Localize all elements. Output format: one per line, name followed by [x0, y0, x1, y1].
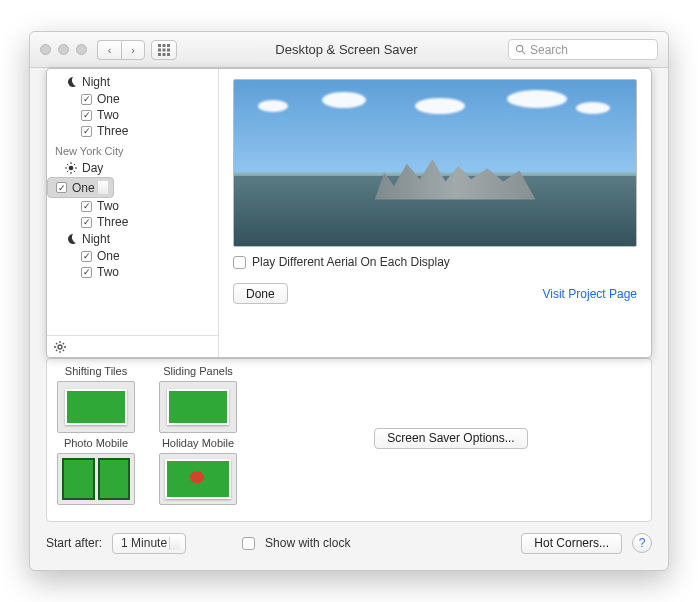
- sun-icon: [65, 162, 77, 174]
- svg-line-17: [74, 171, 75, 172]
- search-placeholder: Search: [530, 43, 568, 57]
- svg-line-16: [67, 164, 68, 165]
- play-different-row: Play Different Aerial On Each Display: [233, 255, 637, 269]
- svg-rect-4: [163, 48, 166, 51]
- checkbox-icon[interactable]: [81, 267, 92, 278]
- saver-thumb-photo-mobile[interactable]: [57, 381, 135, 433]
- moon-icon: [65, 76, 77, 88]
- svg-line-27: [63, 343, 64, 344]
- help-button[interactable]: ?: [632, 533, 652, 553]
- svg-rect-2: [167, 44, 170, 47]
- checkbox-icon[interactable]: [81, 251, 92, 262]
- titlebar: ‹ › Desktop & Screen Saver Search: [30, 32, 668, 68]
- zoom-light[interactable]: [76, 44, 87, 55]
- svg-rect-7: [163, 53, 166, 56]
- checkbox-icon[interactable]: [81, 201, 92, 212]
- svg-rect-8: [167, 53, 170, 56]
- minimize-light[interactable]: [58, 44, 69, 55]
- saver-column-2: Sliding Panels Holiday Mobile: [159, 365, 237, 511]
- location-tree: Night One Two Three New York City Day On…: [47, 69, 219, 357]
- gear-icon[interactable]: [53, 340, 67, 354]
- svg-rect-1: [163, 44, 166, 47]
- saver-column-1: Shifting Tiles Photo Mobile: [57, 365, 135, 511]
- moon-icon: [65, 233, 77, 245]
- screensaver-grid: Shifting Tiles Photo Mobile Sliding Pane…: [46, 358, 652, 522]
- preview-column: Play Different Aerial On Each Display Do…: [219, 69, 651, 357]
- saver-label: Shifting Tiles: [57, 365, 135, 377]
- svg-line-28: [56, 349, 57, 350]
- hot-corners-button[interactable]: Hot Corners...: [521, 533, 622, 554]
- saver-label: Sliding Panels: [159, 365, 237, 377]
- grid-icon: [158, 44, 170, 56]
- back-button[interactable]: ‹: [97, 40, 121, 60]
- tree-item-one-selected[interactable]: One: [47, 177, 114, 198]
- screen-saver-options-button[interactable]: Screen Saver Options...: [374, 428, 527, 449]
- aerial-settings-popover: Night One Two Three New York City Day On…: [46, 68, 652, 358]
- aerial-preview: [233, 79, 637, 247]
- tree-item-two[interactable]: Two: [47, 198, 218, 214]
- show-clock-checkbox[interactable]: [242, 537, 255, 550]
- svg-line-26: [63, 349, 64, 350]
- svg-rect-0: [158, 44, 161, 47]
- traffic-lights: [40, 44, 87, 55]
- visit-project-link[interactable]: Visit Project Page: [543, 287, 638, 301]
- start-after-select[interactable]: 1 Minute ▴▾: [112, 533, 186, 554]
- tree-subhead-night[interactable]: Night: [47, 73, 218, 91]
- search-icon: [515, 44, 526, 55]
- forward-button[interactable]: ›: [121, 40, 145, 60]
- tree-item-two[interactable]: Two: [47, 107, 218, 123]
- options-column: Screen Saver Options...: [261, 365, 641, 511]
- play-different-label: Play Different Aerial On Each Display: [252, 255, 450, 269]
- window-title: Desktop & Screen Saver: [185, 42, 508, 57]
- svg-line-10: [522, 51, 525, 54]
- saver-label: Photo Mobile: [57, 437, 135, 449]
- svg-rect-5: [167, 48, 170, 51]
- tree-item-two[interactable]: Two: [47, 264, 218, 280]
- saver-label: Holiday Mobile: [159, 437, 237, 449]
- search-input[interactable]: Search: [508, 39, 658, 60]
- svg-line-19: [67, 171, 68, 172]
- tree-label: Night: [82, 232, 110, 246]
- checkbox-icon[interactable]: [81, 217, 92, 228]
- tree-label: Day: [82, 161, 103, 175]
- svg-rect-6: [158, 53, 161, 56]
- saver-thumb-holiday-mobile[interactable]: [159, 381, 237, 433]
- tree-subhead-day[interactable]: Day: [47, 159, 218, 177]
- svg-point-9: [516, 45, 522, 51]
- tree-item-one[interactable]: One: [47, 248, 218, 264]
- saver-thumb-gallery[interactable]: [57, 453, 135, 505]
- svg-point-20: [58, 345, 62, 349]
- nav-buttons: ‹ ›: [97, 40, 145, 60]
- checkbox-icon[interactable]: [81, 94, 92, 105]
- start-after-label: Start after:: [46, 536, 102, 550]
- svg-rect-3: [158, 48, 161, 51]
- svg-point-11: [69, 166, 74, 171]
- checkbox-icon[interactable]: [81, 126, 92, 137]
- tree-item-one[interactable]: One: [47, 91, 218, 107]
- tree-item-three[interactable]: Three: [47, 123, 218, 139]
- saver-thumb-ladybug[interactable]: [159, 453, 237, 505]
- show-clock-label: Show with clock: [265, 536, 350, 550]
- tree-label: Night: [82, 75, 110, 89]
- tree-item-three[interactable]: Three: [47, 214, 218, 230]
- preferences-window: ‹ › Desktop & Screen Saver Search Night …: [29, 31, 669, 571]
- svg-line-25: [56, 343, 57, 344]
- checkbox-icon[interactable]: [56, 182, 67, 193]
- tree-group-nyc: New York City: [47, 139, 218, 159]
- tree-subhead-night-nyc[interactable]: Night: [47, 230, 218, 248]
- show-all-button[interactable]: [151, 40, 177, 60]
- checkbox-icon[interactable]: [81, 110, 92, 121]
- play-different-checkbox[interactable]: [233, 256, 246, 269]
- close-light[interactable]: [40, 44, 51, 55]
- tree-actions-bar: [47, 335, 218, 357]
- svg-line-18: [74, 164, 75, 165]
- stepper-icon: ▴▾: [175, 536, 179, 550]
- bottom-controls: Start after: 1 Minute ▴▾ Show with clock…: [46, 528, 652, 558]
- done-button[interactable]: Done: [233, 283, 288, 304]
